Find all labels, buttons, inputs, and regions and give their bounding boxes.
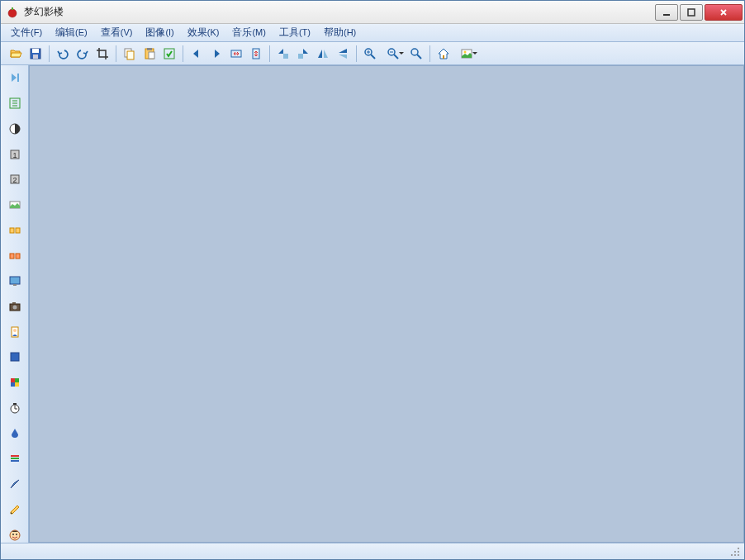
canvas-area[interactable] <box>29 65 744 543</box>
svg-rect-43 <box>11 382 15 387</box>
paste-button[interactable] <box>140 45 159 63</box>
svg-rect-34 <box>13 284 17 286</box>
separator <box>116 45 116 62</box>
redo-button[interactable] <box>74 45 92 63</box>
close-button[interactable] <box>705 4 743 21</box>
resize-grip-icon[interactable] <box>729 546 741 558</box>
menu-edit[interactable]: 编辑(E) <box>49 24 94 41</box>
app-icon <box>6 6 19 19</box>
svg-rect-40 <box>11 353 19 361</box>
svg-rect-41 <box>11 378 15 382</box>
menu-file[interactable]: 文件(F) <box>4 24 49 41</box>
svg-rect-42 <box>15 378 19 382</box>
separator <box>429 45 430 62</box>
svg-point-55 <box>738 554 739 556</box>
svg-rect-32 <box>16 254 20 259</box>
copy-button[interactable] <box>121 45 139 63</box>
menu-music[interactable]: 音乐(M) <box>225 24 273 41</box>
svg-point-0 <box>8 9 17 17</box>
svg-rect-33 <box>10 277 20 284</box>
color-a-button[interactable] <box>7 349 23 365</box>
fit-width-button[interactable] <box>227 45 245 63</box>
rotate-left-button[interactable] <box>274 45 292 63</box>
svg-rect-11 <box>149 52 154 59</box>
menu-tools[interactable]: 工具(T) <box>273 24 317 41</box>
timer-button[interactable] <box>7 401 23 416</box>
two-button[interactable]: 2 <box>7 172 23 187</box>
svg-point-17 <box>411 49 418 55</box>
hsplit-button[interactable] <box>7 222 23 238</box>
svg-rect-8 <box>127 51 134 59</box>
adjust-button[interactable] <box>7 96 23 112</box>
save-button[interactable] <box>26 45 45 63</box>
svg-rect-3 <box>688 9 695 16</box>
svg-rect-10 <box>147 48 152 50</box>
drop-button[interactable] <box>7 425 23 441</box>
home-button[interactable] <box>434 45 453 63</box>
forward-end-button[interactable] <box>7 70 23 86</box>
rotate-right-button[interactable] <box>294 45 312 63</box>
fit-height-button[interactable] <box>247 45 265 63</box>
title-bar: 梦幻影楼 <box>1 1 744 24</box>
separator <box>356 45 357 62</box>
flip-h-button[interactable] <box>314 45 332 63</box>
zoom-out-button[interactable] <box>381 45 406 63</box>
svg-rect-37 <box>12 302 16 304</box>
color-b-button[interactable] <box>7 375 23 391</box>
one-button[interactable]: 1 <box>7 146 23 162</box>
camera-button[interactable] <box>7 299 23 315</box>
crop-button[interactable] <box>93 45 112 63</box>
workspace: 1 2 <box>1 65 744 543</box>
zoom-fit-button[interactable] <box>407 45 425 63</box>
menu-help[interactable]: 帮助(H) <box>317 24 363 41</box>
svg-rect-6 <box>33 55 38 59</box>
svg-rect-1 <box>12 7 13 10</box>
svg-rect-29 <box>10 228 14 233</box>
flip-v-button[interactable] <box>334 45 352 63</box>
svg-text:2: 2 <box>12 176 17 184</box>
menu-image[interactable]: 图像(I) <box>139 24 180 41</box>
svg-rect-21 <box>17 74 19 82</box>
svg-point-39 <box>13 329 17 332</box>
portrait-button[interactable] <box>7 324 23 339</box>
sidebar: 1 2 <box>1 65 29 543</box>
feather-button[interactable] <box>7 477 23 492</box>
lines-button[interactable] <box>7 451 23 467</box>
window-title: 梦幻影楼 <box>24 5 653 19</box>
status-bar <box>1 543 744 559</box>
svg-text:1: 1 <box>12 151 17 159</box>
svg-rect-2 <box>663 14 670 16</box>
next-button[interactable] <box>207 45 225 63</box>
hsplit2-button[interactable] <box>7 248 23 263</box>
maximize-button[interactable] <box>680 4 703 21</box>
svg-point-48 <box>12 534 14 535</box>
svg-point-36 <box>12 305 17 309</box>
svg-point-20 <box>464 50 467 53</box>
svg-point-53 <box>731 554 733 556</box>
separator <box>49 45 50 62</box>
contrast-button[interactable] <box>7 121 23 136</box>
menu-view[interactable]: 查看(V) <box>94 24 140 41</box>
svg-rect-46 <box>13 403 17 405</box>
screen-button[interactable] <box>7 273 23 289</box>
svg-rect-5 <box>32 49 39 53</box>
svg-point-50 <box>738 548 739 549</box>
minimize-button[interactable] <box>655 4 678 21</box>
menu-effect[interactable]: 效果(K) <box>181 24 226 41</box>
svg-point-52 <box>738 551 739 553</box>
pencil-button[interactable] <box>7 501 23 517</box>
zoom-in-button[interactable] <box>361 45 379 63</box>
undo-button[interactable] <box>54 45 72 63</box>
face-button[interactable] <box>7 527 23 543</box>
svg-rect-30 <box>16 228 20 233</box>
svg-rect-44 <box>15 382 19 387</box>
svg-point-54 <box>734 554 736 556</box>
prev-button[interactable] <box>187 45 206 63</box>
svg-point-49 <box>16 534 17 535</box>
separator <box>269 45 270 62</box>
toolbar <box>1 42 744 65</box>
image-small-button[interactable] <box>7 197 23 213</box>
open-button[interactable] <box>7 45 25 63</box>
apply-button[interactable] <box>160 45 178 63</box>
picture-button[interactable] <box>454 45 479 63</box>
